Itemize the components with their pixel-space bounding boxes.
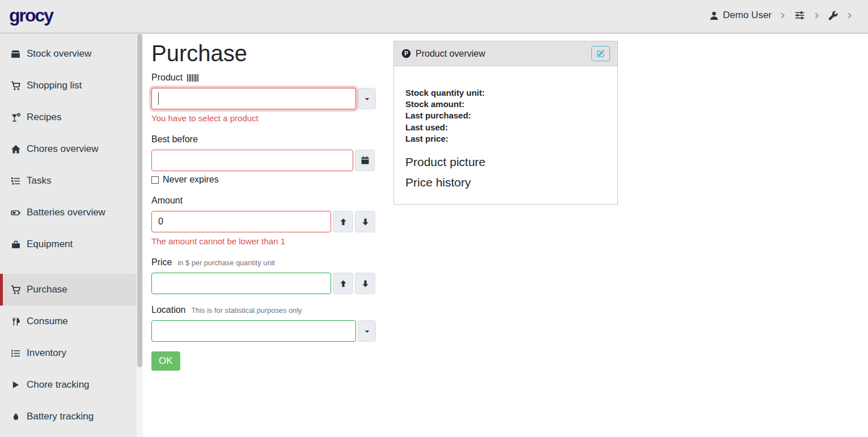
sidebar: Stock overview Shopping list Recipes Cho… bbox=[0, 34, 143, 437]
svg-text:P: P bbox=[404, 50, 408, 57]
home-icon bbox=[10, 145, 22, 154]
best-before-label-text: Best before bbox=[151, 134, 198, 145]
sidebar-item-label: Chores overview bbox=[27, 143, 99, 155]
price-increment-button[interactable] bbox=[333, 273, 353, 294]
sidebar-item-label: Recipes bbox=[27, 112, 61, 123]
angle-right-icon[interactable] bbox=[779, 12, 786, 19]
sidebar-item-label: Battery tracking bbox=[27, 411, 94, 422]
tint-icon bbox=[10, 412, 22, 421]
app-logo[interactable]: grocy bbox=[9, 5, 53, 26]
location-label: Location bbox=[151, 305, 186, 315]
box-icon bbox=[10, 49, 22, 59]
battery-icon bbox=[10, 208, 22, 218]
product-input[interactable] bbox=[151, 88, 356, 109]
play-icon bbox=[10, 380, 22, 389]
sidebar-item-label: Consume bbox=[27, 316, 68, 327]
list-icon bbox=[10, 349, 22, 358]
sidebar-item-label: Shopping list bbox=[27, 80, 82, 91]
calendar-button[interactable] bbox=[355, 150, 375, 171]
product-dropdown-button[interactable] bbox=[358, 88, 376, 109]
text-cursor bbox=[158, 92, 159, 105]
location-input[interactable] bbox=[151, 320, 356, 342]
sidebar-item-inventory[interactable]: Inventory bbox=[0, 337, 143, 369]
best-before-label: Best before bbox=[151, 134, 378, 145]
product-overview-title-row: P Product overview bbox=[401, 49, 485, 59]
best-before-input[interactable] bbox=[151, 150, 353, 171]
shopping-cart-icon bbox=[10, 81, 22, 91]
sidebar-item-label: Tasks bbox=[27, 175, 51, 186]
sidebar-item-chore-tracking[interactable]: Chore tracking bbox=[0, 369, 143, 401]
never-expires-row: Never expires bbox=[151, 175, 378, 185]
product-overview-body: Stock quantity unit: Stock amount: Last … bbox=[394, 66, 617, 189]
barcode-icon[interactable] bbox=[187, 74, 200, 82]
price-label-row: Price in $ per purchase quantity unit bbox=[151, 257, 378, 268]
price-input[interactable] bbox=[151, 273, 331, 294]
sidebar-item-chores-overview[interactable]: Chores overview bbox=[0, 133, 143, 165]
angle-right-icon[interactable] bbox=[846, 12, 853, 19]
sidebar-scrollbar bbox=[137, 34, 143, 437]
stock-field-label: Last price: bbox=[405, 133, 606, 145]
amount-decrement-button[interactable] bbox=[355, 211, 375, 232]
sidebar-item-label: Equipment bbox=[27, 239, 73, 250]
sidebar-item-tasks[interactable]: Tasks bbox=[0, 165, 143, 197]
sidebar-item-batteries-overview[interactable]: Batteries overview bbox=[0, 197, 143, 228]
never-expires-label: Never expires bbox=[163, 175, 219, 185]
location-dropdown-button[interactable] bbox=[358, 320, 376, 342]
amount-label: Amount bbox=[151, 196, 378, 206]
stock-field-label: Last purchased: bbox=[405, 110, 606, 121]
product-hunt-icon: P bbox=[401, 49, 411, 58]
sidebar-item-stock-overview[interactable]: Stock overview bbox=[0, 38, 143, 70]
product-picture-heading: Product picture bbox=[405, 155, 606, 169]
amount-error: The amount cannot be lower than 1 bbox=[151, 236, 378, 246]
navbar-right: Demo User bbox=[709, 10, 853, 21]
sidebar-item-label: Inventory bbox=[27, 347, 66, 359]
sidebar-item-equipment[interactable]: Equipment bbox=[0, 228, 143, 260]
product-overview-card: P Product overview Stock quantity unit: … bbox=[393, 41, 618, 205]
top-navbar: grocy Demo User bbox=[0, 0, 868, 34]
sidebar-item-label: Stock overview bbox=[27, 48, 91, 60]
cocktail-icon bbox=[10, 113, 22, 122]
stock-field-label: Stock quantity unit: bbox=[405, 87, 606, 99]
stock-field-label: Last used: bbox=[405, 122, 606, 133]
page-title: Purchase bbox=[151, 40, 247, 67]
sidebar-item-consume[interactable]: Consume bbox=[0, 306, 143, 337]
price-hint: in $ per purchase quantity unit bbox=[177, 258, 274, 267]
toolbox-icon bbox=[10, 240, 22, 249]
never-expires-checkbox[interactable] bbox=[151, 176, 159, 184]
sliders-icon[interactable] bbox=[794, 10, 806, 20]
angle-right-icon[interactable] bbox=[813, 12, 820, 19]
sidebar-item-battery-tracking[interactable]: Battery tracking bbox=[0, 401, 143, 432]
amount-increment-button[interactable] bbox=[333, 211, 353, 232]
wrench-icon[interactable] bbox=[828, 10, 839, 21]
shopping-cart-icon bbox=[10, 285, 22, 295]
user-menu[interactable]: Demo User bbox=[709, 10, 772, 21]
product-overview-header: P Product overview bbox=[394, 41, 617, 66]
sidebar-nav: Stock overview Shopping list Recipes Cho… bbox=[0, 34, 143, 432]
price-decrement-button[interactable] bbox=[355, 273, 375, 294]
ok-button[interactable]: OK bbox=[151, 351, 180, 371]
sidebar-item-shopping-list[interactable]: Shopping list bbox=[0, 70, 143, 101]
price-label: Price bbox=[151, 257, 172, 268]
purchase-form: Product You have to select a product Bes… bbox=[151, 73, 378, 371]
product-overview-title: Product overview bbox=[416, 49, 485, 59]
user-label: Demo User bbox=[723, 10, 772, 21]
edit-product-button[interactable] bbox=[591, 46, 610, 61]
location-label-row: Location This is for statistical purpose… bbox=[151, 305, 378, 315]
sidebar-item-purchase[interactable]: Purchase bbox=[0, 274, 143, 306]
amount-input[interactable] bbox=[151, 211, 331, 232]
location-hint: This is for statistical purposes only bbox=[192, 306, 302, 315]
sidebar-scrollbar-thumb[interactable] bbox=[137, 34, 142, 367]
product-label-row: Product bbox=[151, 73, 378, 83]
price-history-heading: Price history bbox=[405, 176, 606, 189]
user-icon bbox=[709, 11, 719, 20]
stock-field-label: Stock amount: bbox=[405, 99, 606, 110]
amount-label-text: Amount bbox=[151, 196, 183, 206]
product-error: You have to select a product bbox=[151, 113, 378, 123]
tasks-icon bbox=[10, 176, 22, 186]
sidebar-item-label: Chore tracking bbox=[27, 379, 90, 391]
product-label: Product bbox=[151, 73, 183, 83]
sidebar-item-label: Purchase bbox=[27, 284, 67, 295]
sidebar-item-recipes[interactable]: Recipes bbox=[0, 101, 143, 133]
sidebar-item-label: Batteries overview bbox=[27, 207, 105, 218]
utensils-icon bbox=[10, 317, 22, 326]
